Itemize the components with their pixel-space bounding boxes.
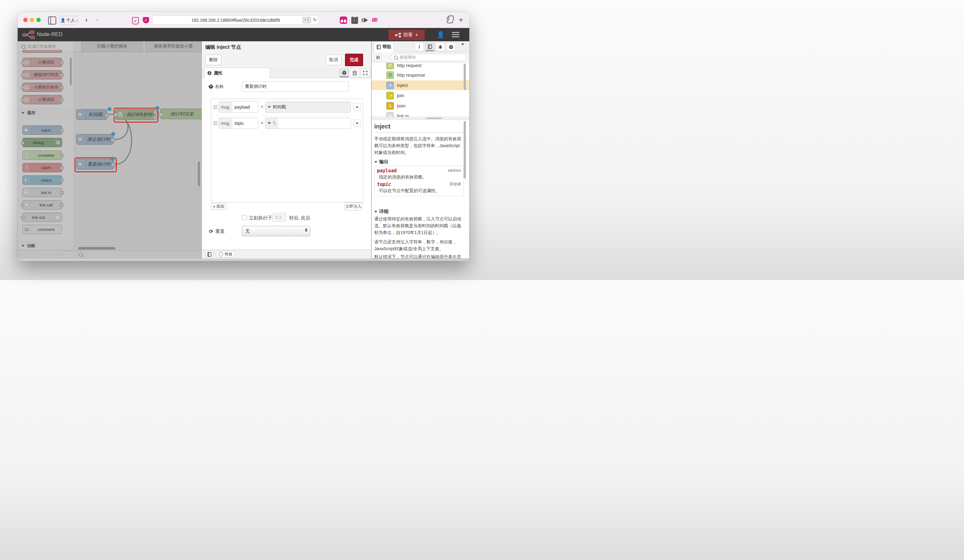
- tab-properties[interactable]: 属性: [204, 68, 270, 78]
- once-value: 0.1: [275, 215, 282, 220]
- dialog-footer: 有效: [202, 250, 371, 258]
- reload-icon[interactable]: ↻: [313, 17, 317, 23]
- extension-owl-icon[interactable]: [340, 16, 347, 24]
- document-icon: [353, 71, 357, 75]
- minimize-window-button[interactable]: [30, 18, 34, 22]
- sidebar-menu-caret[interactable]: [459, 45, 466, 51]
- help-sidebar: 帮助 i 搜索帮助 ⇄ http request🌐 http response➜: [371, 41, 469, 258]
- deploy-button[interactable]: 部署 ▼: [388, 29, 425, 41]
- type-label: 时间戳: [273, 104, 286, 110]
- prop-type-field-string[interactable]: az: [265, 118, 351, 129]
- privacy-shield-icon[interactable]: ✓: [132, 17, 139, 24]
- drag-handle-icon[interactable]: [213, 105, 217, 109]
- bug-icon: [438, 45, 443, 49]
- debug-tab-button[interactable]: [436, 42, 445, 51]
- doc-details-header[interactable]: 详细: [374, 209, 464, 214]
- description-view-button[interactable]: [350, 68, 359, 77]
- help-tab-button[interactable]: [425, 42, 435, 51]
- help-list-label: http response: [397, 72, 425, 78]
- help-toolbar: 搜索帮助: [372, 52, 469, 63]
- help-list-scrollbar[interactable]: [464, 63, 466, 90]
- properties-view-button[interactable]: [339, 68, 349, 77]
- help-list-item-json[interactable]: {} json: [372, 101, 469, 110]
- help-list-item-http-response[interactable]: 🌐 http response: [372, 70, 469, 80]
- adblock-shield-icon[interactable]: ✓: [143, 17, 149, 23]
- help-doc-scrollbar[interactable]: [464, 121, 466, 179]
- dialog-header: 编辑 inject 节点 删除 取消 完成: [202, 41, 371, 68]
- prop-key-field[interactable]: msg. payload: [219, 102, 258, 113]
- appearance-view-button[interactable]: [361, 68, 370, 77]
- new-tab-button[interactable]: +: [459, 16, 463, 24]
- delete-button[interactable]: 删除: [205, 55, 221, 65]
- user-icon[interactable]: 👤: [436, 31, 445, 38]
- doc-details-p3: 默认情况下，节点可以通过在编辑器中单击其: [374, 253, 464, 258]
- remove-row-button[interactable]: ✕: [353, 120, 361, 127]
- extension-ae-icon[interactable]: æ: [372, 16, 378, 24]
- equals-sign: =: [261, 120, 263, 125]
- tab-overview-icon[interactable]: [447, 17, 453, 23]
- chevron-down-icon: [374, 161, 377, 163]
- sidebar-toggle-icon[interactable]: [48, 16, 56, 24]
- config-tab-button[interactable]: [446, 42, 456, 51]
- drag-handle-icon[interactable]: [213, 122, 217, 125]
- doc-divider: [374, 132, 464, 133]
- doc-outputs-header[interactable]: 输出: [374, 159, 464, 165]
- prop-key-field[interactable]: msg. topic: [219, 118, 258, 129]
- once-checkbox[interactable]: [242, 215, 247, 220]
- menu-hamburger-icon[interactable]: [452, 32, 459, 37]
- prop-type-field-timestamp[interactable]: 时间戳: [265, 102, 351, 113]
- profile-button[interactable]: 👤 个人 ▾: [60, 16, 78, 25]
- add-property-button[interactable]: +添加: [211, 203, 226, 210]
- done-button[interactable]: 完成: [345, 54, 363, 66]
- nodered-header: Node-RED 部署 ▼ 👤: [18, 28, 469, 41]
- close-window-button[interactable]: [23, 18, 28, 22]
- outputs-label: 输出: [379, 159, 389, 165]
- help-doc-panel: inject 手动或定期得将消息注入流中。消息的有效荷载可以为多种类型，包括字符…: [372, 120, 469, 258]
- enabled-toggle-button[interactable]: 有效: [216, 251, 235, 258]
- help-list-item-http-request[interactable]: ⇄ http request: [372, 63, 469, 70]
- repeat-value: 无: [245, 229, 250, 234]
- chevron-down-icon: [374, 211, 377, 213]
- help-list-item-join[interactable]: ⋮▸ join: [372, 91, 469, 100]
- extension-downloader-icon[interactable]: [351, 16, 358, 24]
- help-list-label: join: [397, 93, 404, 98]
- info-tab-button[interactable]: i: [415, 42, 424, 51]
- inject-node-icon: ➜: [386, 82, 394, 89]
- topic-prop: topic: [377, 182, 391, 187]
- help-search-input[interactable]: 搜索帮助: [391, 54, 466, 61]
- maximize-window-button[interactable]: [36, 18, 41, 22]
- back-button[interactable]: ‹: [85, 16, 88, 23]
- payload-desc: 指定的消息的有效荷载。: [377, 174, 461, 180]
- help-node-list: ⇄ http request🌐 http response➜ inject⋮▸ …: [372, 63, 469, 117]
- tab-help[interactable]: 帮助: [374, 41, 394, 52]
- properties-list: msg. payload = 时间戳 ✕ msg. topic =: [211, 99, 363, 202]
- cancel-button[interactable]: 取消: [326, 55, 341, 65]
- inject-now-button[interactable]: 立即注入: [344, 202, 362, 211]
- repeat-select[interactable]: 无: [242, 226, 310, 236]
- node-docs-button[interactable]: [205, 251, 213, 258]
- remove-row-button[interactable]: ✕: [353, 103, 361, 111]
- address-bar[interactable]: 192.168.200.2:1880/#flow/28c32024de1db6f…: [152, 16, 319, 24]
- help-toc-button[interactable]: [374, 54, 382, 61]
- workspace-dim-overlay: [18, 41, 202, 258]
- add-label: 添加: [216, 204, 224, 209]
- help-list-label: http request: [397, 63, 422, 68]
- forward-button[interactable]: ›: [96, 16, 98, 23]
- browser-toolbar: 👤 个人 ▾ ‹ › ✓ ✓ 192.168.200.2:1880/#flow/…: [18, 12, 469, 28]
- enabled-circle-icon: [219, 252, 223, 256]
- inject-now-label: 立即注入: [345, 204, 362, 209]
- help-list-item-link-in[interactable]: ➜ link in: [372, 111, 469, 117]
- help-list-label: json: [397, 103, 405, 108]
- person-icon: 👤: [60, 18, 65, 23]
- translate-icon[interactable]: A文: [303, 17, 311, 23]
- sidebar-splitter[interactable]: [372, 117, 469, 120]
- cancel-label: 取消: [329, 57, 338, 63]
- help-tab-label: 帮助: [383, 44, 391, 50]
- gear-icon: [342, 71, 346, 75]
- extension-play-icon[interactable]: [362, 18, 369, 23]
- once-delay-input[interactable]: 0.1: [272, 213, 286, 222]
- app-title: Node-RED: [37, 31, 62, 37]
- help-list-item-inject[interactable]: ➜ inject: [372, 80, 469, 90]
- name-input[interactable]: 重新倒计时: [242, 81, 349, 92]
- url-text: 192.168.200.2:1880/#flow/28c32024de1db6f…: [192, 18, 280, 23]
